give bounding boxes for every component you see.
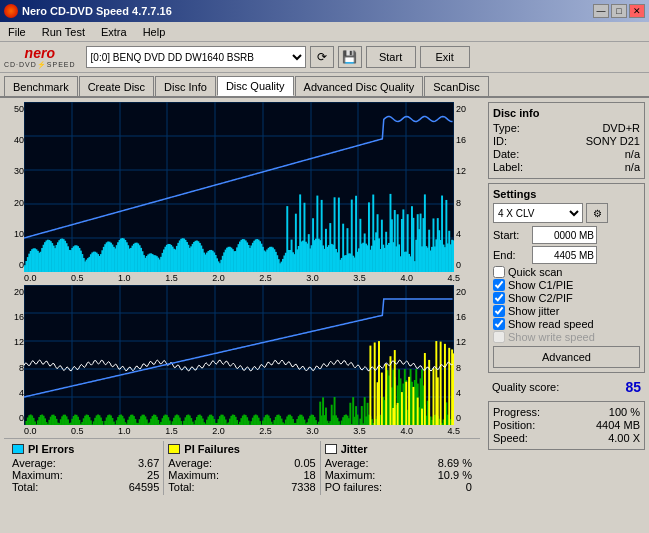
start-label: Start: <box>493 229 528 241</box>
pi-errors-total-value: 64595 <box>129 481 160 493</box>
end-input[interactable] <box>532 246 597 264</box>
exit-button[interactable]: Exit <box>420 46 470 68</box>
quality-row: Quality score: 85 <box>488 377 645 397</box>
bottom-stats: PI Errors Average: 3.67 Maximum: 25 Tota… <box>4 438 480 497</box>
main-content: 50403020100 201612840 0.00.51.01.52.02.5… <box>0 98 649 533</box>
pi-errors-group: PI Errors Average: 3.67 Maximum: 25 Tota… <box>8 441 164 495</box>
progress-value: 100 % <box>609 406 640 418</box>
id-label: ID: <box>493 135 507 147</box>
window-title: Nero CD-DVD Speed 4.7.7.16 <box>22 5 172 17</box>
tab-benchmark[interactable]: Benchmark <box>4 76 78 96</box>
pi-errors-label: PI Errors <box>28 443 74 455</box>
speed-label: Speed: <box>493 432 528 444</box>
pi-failures-avg-value: 0.05 <box>294 457 315 469</box>
quick-scan-checkbox[interactable] <box>493 266 505 278</box>
menu-runtest[interactable]: Run Test <box>38 25 89 39</box>
jitter-avg-label: Average: <box>325 457 369 469</box>
bottom-chart-x-axis: 0.00.51.01.52.02.53.03.54.04.5 <box>4 425 480 436</box>
po-failures-label: PO failures: <box>325 481 382 493</box>
tab-advanced-disc-quality[interactable]: Advanced Disc Quality <box>295 76 424 96</box>
top-chart-canvas <box>24 102 454 272</box>
close-btn[interactable]: ✕ <box>629 4 645 18</box>
show-read-speed-label: Show read speed <box>508 318 594 330</box>
pi-failures-max-label: Maximum: <box>168 469 219 481</box>
jitter-group: Jitter Average: 8.69 % Maximum: 10.9 % P… <box>321 441 476 495</box>
right-panel: Disc info Type: DVD+R ID: SONY D21 Date:… <box>484 98 649 533</box>
quick-scan-label: Quick scan <box>508 266 562 278</box>
disc-info-section: Disc info Type: DVD+R ID: SONY D21 Date:… <box>488 102 645 179</box>
settings-title: Settings <box>493 188 640 200</box>
disc-info-title: Disc info <box>493 107 640 119</box>
start-input[interactable]: 0000 MB <box>532 226 597 244</box>
pi-failures-avg-label: Average: <box>168 457 212 469</box>
show-c2-pif-label: Show C2/PIF <box>508 292 573 304</box>
top-chart-wrapper: 50403020100 201612840 0.00.51.01.52.02.5… <box>4 102 480 283</box>
settings-icon-btn[interactable]: ⚙ <box>586 203 608 223</box>
pi-errors-avg-value: 3.67 <box>138 457 159 469</box>
nero-brand: nero <box>25 45 55 61</box>
maximize-btn[interactable]: □ <box>611 4 627 18</box>
pi-failures-max-value: 18 <box>303 469 315 481</box>
nero-logo: nero CD·DVD⚡SPEED <box>4 45 76 69</box>
date-value: n/a <box>625 148 640 160</box>
tab-disc-quality[interactable]: Disc Quality <box>217 76 294 96</box>
show-c1-pie-checkbox[interactable] <box>493 279 505 291</box>
show-read-speed-checkbox[interactable] <box>493 318 505 330</box>
speed-value: 4.00 X <box>608 432 640 444</box>
menu-help[interactable]: Help <box>139 25 170 39</box>
pi-errors-avg-label: Average: <box>12 457 56 469</box>
position-label: Position: <box>493 419 535 431</box>
disc-label-label: Label: <box>493 161 523 173</box>
pi-failures-total-label: Total: <box>168 481 194 493</box>
id-value: SONY D21 <box>586 135 640 147</box>
jitter-max-label: Maximum: <box>325 469 376 481</box>
speed-select[interactable]: 4 X CLV <box>493 203 583 223</box>
bottom-chart-wrapper: 201612840 201612840 0.00.51.01.52.02.53.… <box>4 285 480 436</box>
show-write-speed-checkbox[interactable] <box>493 331 505 343</box>
pi-errors-max-label: Maximum: <box>12 469 63 481</box>
type-label: Type: <box>493 122 520 134</box>
settings-section: Settings 4 X CLV ⚙ Start: 0000 MB End: Q… <box>488 183 645 373</box>
top-chart-y-right: 201612840 <box>454 102 474 272</box>
advanced-button[interactable]: Advanced <box>493 346 640 368</box>
minimize-btn[interactable]: — <box>593 4 609 18</box>
pi-failures-total-value: 7338 <box>291 481 315 493</box>
show-jitter-label: Show jitter <box>508 305 559 317</box>
pi-errors-max-value: 25 <box>147 469 159 481</box>
quality-label: Quality score: <box>492 381 559 393</box>
progress-section: Progress: 100 % Position: 4404 MB Speed:… <box>488 401 645 450</box>
menu-file[interactable]: File <box>4 25 30 39</box>
progress-label: Progress: <box>493 406 540 418</box>
pi-failures-group: PI Failures Average: 0.05 Maximum: 18 To… <box>164 441 320 495</box>
tab-scandisc[interactable]: ScanDisc <box>424 76 488 96</box>
pi-errors-total-label: Total: <box>12 481 38 493</box>
pi-failures-label: PI Failures <box>184 443 240 455</box>
start-button[interactable]: Start <box>366 46 416 68</box>
tab-bar: Benchmark Create Disc Disc Info Disc Qua… <box>0 73 649 98</box>
bottom-chart-y-right: 201612840 <box>454 285 474 425</box>
window-controls: — □ ✕ <box>593 4 645 18</box>
drive-select[interactable]: [0:0] BENQ DVD DD DW1640 BSRB <box>86 46 306 68</box>
disc-label-value: n/a <box>625 161 640 173</box>
show-write-speed-label: Show write speed <box>508 331 595 343</box>
toolbar: nero CD·DVD⚡SPEED [0:0] BENQ DVD DD DW16… <box>0 42 649 73</box>
save-icon-btn[interactable]: 💾 <box>338 46 362 68</box>
tab-disc-info[interactable]: Disc Info <box>155 76 216 96</box>
app-icon <box>4 4 18 18</box>
menu-bar: File Run Test Extra Help <box>0 22 649 42</box>
show-c2-pif-checkbox[interactable] <box>493 292 505 304</box>
tab-create-disc[interactable]: Create Disc <box>79 76 154 96</box>
top-chart-x-axis: 0.00.51.01.52.02.53.03.54.04.5 <box>4 272 480 283</box>
show-jitter-checkbox[interactable] <box>493 305 505 317</box>
jitter-label: Jitter <box>341 443 368 455</box>
date-label: Date: <box>493 148 519 160</box>
bottom-chart-y-left: 201612840 <box>4 285 24 425</box>
jitter-max-value: 10.9 % <box>438 469 472 481</box>
pi-errors-color <box>12 444 24 454</box>
type-value: DVD+R <box>602 122 640 134</box>
menu-extra[interactable]: Extra <box>97 25 131 39</box>
end-label: End: <box>493 249 528 261</box>
refresh-icon-btn[interactable]: ⟳ <box>310 46 334 68</box>
show-c1-pie-label: Show C1/PIE <box>508 279 573 291</box>
position-value: 4404 MB <box>596 419 640 431</box>
